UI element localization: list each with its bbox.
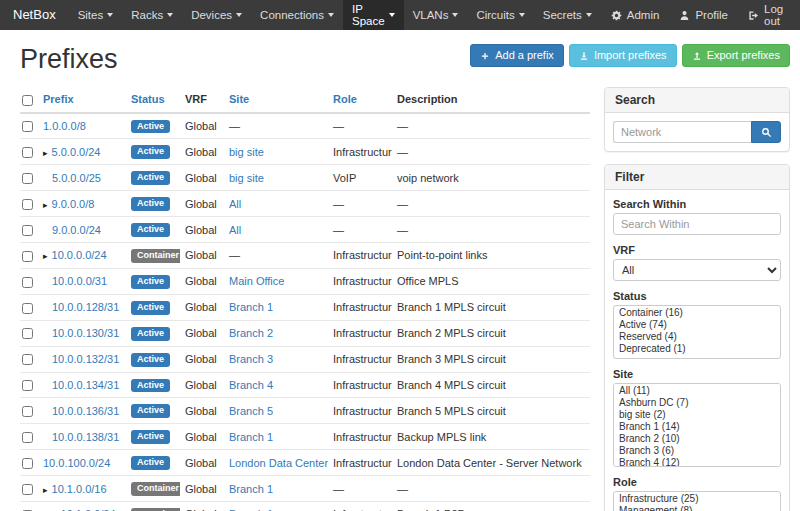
status-badge: Active xyxy=(131,404,170,418)
add-a-prefix-button[interactable]: Add a prefix xyxy=(470,44,564,67)
status-select[interactable]: Container (16)Active (74)Reserved (4)Dep… xyxy=(613,305,781,359)
table-row: 10.0.0.134/31ActiveGlobalBranch 4Infrast… xyxy=(20,372,590,398)
expand-arrow-icon[interactable]: ▸ xyxy=(43,485,48,495)
search-button[interactable] xyxy=(751,121,781,143)
select-option[interactable]: Deprecated (1) xyxy=(615,343,780,355)
role-select[interactable]: Infrastructure (25)Management (8)Private… xyxy=(613,491,781,511)
nav-profile[interactable]: Profile xyxy=(669,0,738,30)
row-checkbox[interactable] xyxy=(22,484,33,495)
chevron-down-icon xyxy=(167,13,173,17)
nav-admin[interactable]: Admin xyxy=(601,0,670,30)
select-all-checkbox[interactable] xyxy=(22,95,33,106)
row-checkbox[interactable] xyxy=(22,173,33,184)
prefix-link[interactable]: 10.0.0.0/31 xyxy=(52,275,107,287)
vrf-cell: Global xyxy=(180,217,224,243)
select-option[interactable]: Active (74) xyxy=(615,319,780,331)
prefix-link[interactable]: 1.0.0.0/8 xyxy=(43,120,86,132)
select-option[interactable]: Management (8) xyxy=(615,505,780,511)
nav-item-ip-space[interactable]: IP Space xyxy=(343,0,404,30)
expand-arrow-icon[interactable]: ▸ xyxy=(43,200,48,210)
nav-item-connections[interactable]: Connections xyxy=(251,0,343,30)
column-header-prefix[interactable]: Prefix xyxy=(38,87,126,113)
select-option[interactable]: Branch 4 (12) xyxy=(615,457,780,467)
site-link[interactable]: Branch 2 xyxy=(229,327,273,339)
prefix-link[interactable]: 5.0.0.0/24 xyxy=(52,146,101,158)
nav-item-sites[interactable]: Sites xyxy=(69,0,123,30)
select-option[interactable]: Branch 1 (14) xyxy=(615,421,780,433)
site-link[interactable]: All xyxy=(229,198,241,210)
row-checkbox[interactable] xyxy=(22,380,33,391)
site-link[interactable]: Branch 1 xyxy=(229,431,273,443)
description-cell: — xyxy=(392,476,590,502)
prefix-link[interactable]: 9.0.0.0/24 xyxy=(52,224,101,236)
site-link[interactable]: Branch 3 xyxy=(229,353,273,365)
row-checkbox[interactable] xyxy=(22,432,33,443)
select-option[interactable]: All (11) xyxy=(615,385,780,397)
prefix-link[interactable]: 10.0.0.134/31 xyxy=(52,379,119,391)
role-cell: Infrastructure xyxy=(328,243,392,269)
row-checkbox[interactable] xyxy=(22,225,33,236)
select-option[interactable]: Reserved (4) xyxy=(615,331,780,343)
site-link[interactable]: Branch 4 xyxy=(229,379,273,391)
site-link[interactable]: big site xyxy=(229,146,264,158)
row-checkbox[interactable] xyxy=(22,354,33,365)
prefix-link[interactable]: 10.0.100.0/24 xyxy=(43,457,110,469)
prefix-link[interactable]: 10.0.0.136/31 xyxy=(52,405,119,417)
nav-item-vlans[interactable]: VLANs xyxy=(404,0,468,30)
expand-arrow-icon[interactable]: ▸ xyxy=(43,148,48,158)
site-link[interactable]: All xyxy=(229,224,241,236)
select-option[interactable]: big site (2) xyxy=(615,409,780,421)
prefix-link[interactable]: 10.0.0.128/31 xyxy=(52,301,119,313)
import-prefixes-button[interactable]: Import prefixes xyxy=(569,44,677,67)
select-option[interactable]: Infrastructure (25) xyxy=(615,493,780,505)
row-checkbox[interactable] xyxy=(22,277,33,288)
column-header-status[interactable]: Status xyxy=(126,87,180,113)
select-option[interactable]: Branch 3 (6) xyxy=(615,445,780,457)
chevron-down-icon xyxy=(452,13,458,17)
table-row: 1.0.0.0/8ActiveGlobal——— xyxy=(20,113,590,139)
select-option[interactable]: Branch 2 (10) xyxy=(615,433,780,445)
row-checkbox[interactable] xyxy=(22,303,33,314)
site-link[interactable]: Branch 5 xyxy=(229,405,273,417)
search-panel: Search xyxy=(604,87,790,152)
search-input[interactable] xyxy=(613,121,751,143)
site-link[interactable]: Branch 1 xyxy=(229,483,273,495)
prefix-link[interactable]: 10.0.0.138/31 xyxy=(52,431,119,443)
column-header-role[interactable]: Role xyxy=(328,87,392,113)
select-option[interactable]: Ashburn DC (7) xyxy=(615,397,780,409)
vrf-select[interactable]: All xyxy=(613,259,781,281)
app-brand[interactable]: NetBox xyxy=(0,0,69,30)
expand-arrow-icon[interactable]: ▸ xyxy=(43,251,48,261)
prefix-link[interactable]: 9.0.0.0/8 xyxy=(52,198,95,210)
nav-item-secrets[interactable]: Secrets xyxy=(534,0,601,30)
nav-log-out[interactable]: Log out xyxy=(738,0,800,30)
row-checkbox[interactable] xyxy=(22,147,33,158)
description-cell: Point-to-point links xyxy=(392,243,590,269)
search-within-input[interactable] xyxy=(613,213,781,235)
prefix-link[interactable]: 10.0.0.132/31 xyxy=(52,353,119,365)
site-link[interactable]: Branch 1 xyxy=(229,301,273,313)
row-checkbox[interactable] xyxy=(22,199,33,210)
prefix-link[interactable]: 10.0.0.130/31 xyxy=(52,327,119,339)
prefix-link[interactable]: 10.0.0.0/24 xyxy=(52,249,107,261)
plus-icon xyxy=(480,51,490,61)
row-checkbox[interactable] xyxy=(22,121,33,132)
export-prefixes-button[interactable]: Export prefixes xyxy=(682,44,790,67)
site-select[interactable]: All (11)Ashburn DC (7)big site (2)Branch… xyxy=(613,383,781,467)
site-link[interactable]: big site xyxy=(229,172,264,184)
prefix-link[interactable]: 10.1.0.0/16 xyxy=(52,483,107,495)
nav-item-devices[interactable]: Devices xyxy=(182,0,251,30)
prefix-link[interactable]: 5.0.0.0/25 xyxy=(52,172,101,184)
table-row: 9.0.0.0/24ActiveGlobalAll—— xyxy=(20,217,590,243)
nav-item-circuits[interactable]: Circuits xyxy=(467,0,533,30)
row-checkbox[interactable] xyxy=(22,406,33,417)
row-checkbox[interactable] xyxy=(22,328,33,339)
chevron-down-icon xyxy=(107,13,113,17)
site-link[interactable]: London Data Center xyxy=(229,457,328,469)
row-checkbox[interactable] xyxy=(22,458,33,469)
site-link[interactable]: Main Office xyxy=(229,275,284,287)
row-checkbox[interactable] xyxy=(22,251,33,262)
column-header-site[interactable]: Site xyxy=(224,87,328,113)
nav-item-racks[interactable]: Racks xyxy=(122,0,182,30)
select-option[interactable]: Container (16) xyxy=(615,307,780,319)
